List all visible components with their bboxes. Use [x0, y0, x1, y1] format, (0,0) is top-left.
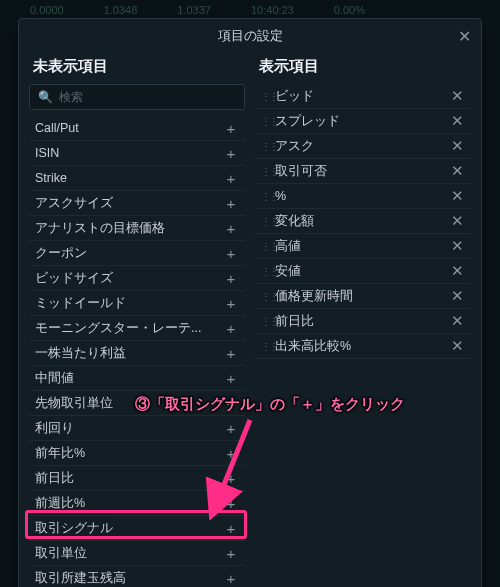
item-label: 前週比%	[35, 495, 221, 512]
list-item[interactable]: アナリストの目標価格+	[29, 216, 245, 241]
add-icon[interactable]: +	[221, 345, 241, 362]
item-label: ミッドイールド	[35, 295, 221, 312]
remove-icon[interactable]: ✕	[447, 137, 467, 155]
list-item[interactable]: 中間値+	[29, 366, 245, 391]
list-item[interactable]: ビッドサイズ+	[29, 266, 245, 291]
remove-icon[interactable]: ✕	[447, 187, 467, 205]
item-label: 安値	[275, 263, 447, 280]
drag-handle-icon[interactable]: ⋮⋮	[261, 116, 275, 127]
list-item[interactable]: Call/Put+	[29, 116, 245, 141]
add-icon[interactable]: +	[221, 195, 241, 212]
item-label: 前日比	[35, 470, 221, 487]
search-input[interactable]	[59, 90, 236, 104]
list-item[interactable]: ⋮⋮高値✕	[255, 234, 471, 259]
add-icon[interactable]: +	[221, 170, 241, 187]
list-item[interactable]: ⋮⋮安値✕	[255, 259, 471, 284]
list-item[interactable]: アスクサイズ+	[29, 191, 245, 216]
remove-icon[interactable]: ✕	[447, 212, 467, 230]
drag-handle-icon[interactable]: ⋮⋮	[261, 166, 275, 177]
item-label: 価格更新時間	[275, 288, 447, 305]
drag-handle-icon[interactable]: ⋮⋮	[261, 341, 275, 352]
close-icon[interactable]: ✕	[458, 27, 471, 46]
drag-handle-icon[interactable]: ⋮⋮	[261, 241, 275, 252]
add-icon[interactable]: +	[221, 570, 241, 587]
add-icon[interactable]: +	[221, 495, 241, 512]
list-item[interactable]: ⋮⋮ビッド✕	[255, 84, 471, 109]
item-label: Strike	[35, 171, 221, 185]
list-item[interactable]: 前日比+	[29, 466, 245, 491]
list-item[interactable]: ⋮⋮価格更新時間✕	[255, 284, 471, 309]
list-item[interactable]: 利回り+	[29, 416, 245, 441]
drag-handle-icon[interactable]: ⋮⋮	[261, 316, 275, 327]
add-icon[interactable]: +	[221, 545, 241, 562]
add-icon[interactable]: +	[221, 320, 241, 337]
item-label: 取引単位	[35, 545, 221, 562]
list-item[interactable]: 前週比%+	[29, 491, 245, 516]
item-label: 取引可否	[275, 163, 447, 180]
add-icon[interactable]: +	[221, 420, 241, 437]
item-label: 先物取引単位	[35, 395, 221, 412]
list-item[interactable]: クーポン+	[29, 241, 245, 266]
list-item[interactable]: ⋮⋮取引可否✕	[255, 159, 471, 184]
list-item[interactable]: Strike+	[29, 166, 245, 191]
modal-title: 項目の設定	[218, 27, 283, 45]
add-icon[interactable]: +	[221, 220, 241, 237]
add-icon[interactable]: +	[221, 470, 241, 487]
list-item[interactable]: ⋮⋮アスク✕	[255, 134, 471, 159]
item-label: スプレッド	[275, 113, 447, 130]
remove-icon[interactable]: ✕	[447, 337, 467, 355]
list-item[interactable]: ミッドイールド+	[29, 291, 245, 316]
list-item[interactable]: 一株当たり利益+	[29, 341, 245, 366]
add-icon[interactable]: +	[221, 120, 241, 137]
drag-handle-icon[interactable]: ⋮⋮	[261, 141, 275, 152]
drag-handle-icon[interactable]: ⋮⋮	[261, 191, 275, 202]
add-icon[interactable]: +	[221, 445, 241, 462]
visible-columns-title: 表示項目	[255, 53, 471, 84]
remove-icon[interactable]: ✕	[447, 312, 467, 330]
list-item[interactable]: 取引シグナル+	[29, 516, 245, 541]
item-label: 前日比	[275, 313, 447, 330]
list-item[interactable]: 前年比%+	[29, 441, 245, 466]
item-label: アスクサイズ	[35, 195, 221, 212]
hidden-columns-list: Call/Put+ISIN+Strike+アスクサイズ+アナリストの目標価格+ク…	[29, 116, 245, 587]
add-icon[interactable]: +	[221, 245, 241, 262]
item-label: Call/Put	[35, 121, 221, 135]
add-icon[interactable]: +	[221, 520, 241, 537]
item-label: 中間値	[35, 370, 221, 387]
visible-columns-list: ⋮⋮ビッド✕⋮⋮スプレッド✕⋮⋮アスク✕⋮⋮取引可否✕⋮⋮%✕⋮⋮変化額✕⋮⋮高…	[255, 84, 471, 587]
add-icon[interactable]: +	[221, 270, 241, 287]
list-item[interactable]: ⋮⋮%✕	[255, 184, 471, 209]
list-item[interactable]: 取引単位+	[29, 541, 245, 566]
list-item[interactable]: モーニングスター・レーテ...+	[29, 316, 245, 341]
drag-handle-icon[interactable]: ⋮⋮	[261, 216, 275, 227]
add-icon[interactable]: +	[221, 370, 241, 387]
drag-handle-icon[interactable]: ⋮⋮	[261, 91, 275, 102]
add-icon[interactable]: +	[221, 145, 241, 162]
list-item[interactable]: ⋮⋮スプレッド✕	[255, 109, 471, 134]
remove-icon[interactable]: ✕	[447, 87, 467, 105]
search-input-wrapper[interactable]: 🔍	[29, 84, 245, 110]
item-label: ビッドサイズ	[35, 270, 221, 287]
remove-icon[interactable]: ✕	[447, 237, 467, 255]
remove-icon[interactable]: ✕	[447, 262, 467, 280]
add-icon[interactable]: +	[221, 295, 241, 312]
list-item[interactable]: ⋮⋮変化額✕	[255, 209, 471, 234]
list-item[interactable]: 先物取引単位+	[29, 391, 245, 416]
add-icon[interactable]: +	[221, 395, 241, 412]
remove-icon[interactable]: ✕	[447, 287, 467, 305]
drag-handle-icon[interactable]: ⋮⋮	[261, 266, 275, 277]
item-label: 前年比%	[35, 445, 221, 462]
list-item[interactable]: ISIN+	[29, 141, 245, 166]
list-item[interactable]: ⋮⋮前日比✕	[255, 309, 471, 334]
list-item[interactable]: ⋮⋮出来高比較%✕	[255, 334, 471, 359]
item-label: クーポン	[35, 245, 221, 262]
item-label: 取引所建玉残高	[35, 570, 221, 587]
item-label: 一株当たり利益	[35, 345, 221, 362]
search-icon: 🔍	[38, 90, 53, 104]
drag-handle-icon[interactable]: ⋮⋮	[261, 291, 275, 302]
item-label: アナリストの目標価格	[35, 220, 221, 237]
remove-icon[interactable]: ✕	[447, 112, 467, 130]
list-item[interactable]: 取引所建玉残高+	[29, 566, 245, 587]
hidden-columns-panel: 未表示項目 🔍 Call/Put+ISIN+Strike+アスクサイズ+アナリス…	[29, 53, 245, 587]
remove-icon[interactable]: ✕	[447, 162, 467, 180]
